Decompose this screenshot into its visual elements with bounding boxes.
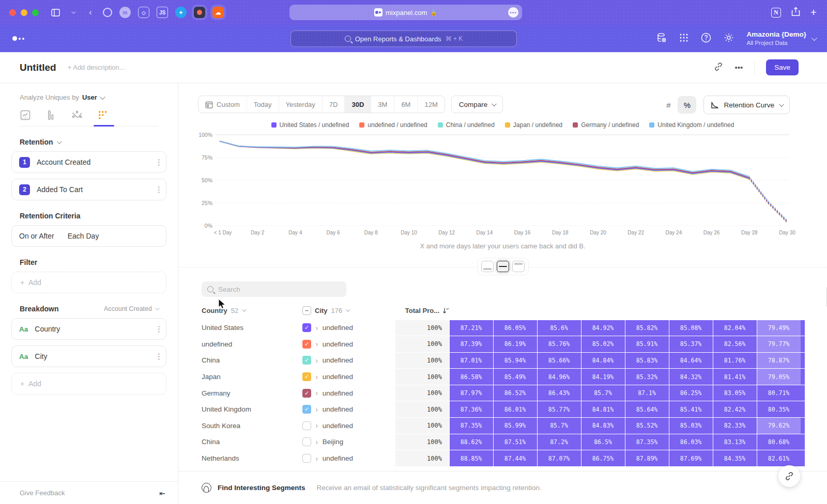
- notion-extension-icon[interactable]: N: [771, 8, 781, 18]
- retention-cell[interactable]: 82.33%: [713, 418, 757, 434]
- retention-cell[interactable]: 87.1%: [625, 385, 669, 401]
- legend-item[interactable]: Japan / undefined: [505, 121, 562, 129]
- city-column-header[interactable]: – City 176: [302, 306, 395, 315]
- city-cell[interactable]: ✓›undefined: [302, 352, 395, 369]
- country-cell[interactable]: United Kingdom: [202, 401, 302, 418]
- extension-patreon-icon[interactable]: [194, 7, 205, 18]
- segments-title[interactable]: Find Interesting Segments: [218, 484, 305, 492]
- tab-flows-icon[interactable]: [71, 109, 83, 121]
- retention-cell[interactable]: 87.89%: [625, 450, 669, 466]
- share-link-fab[interactable]: [778, 465, 800, 487]
- retention-cell[interactable]: 84.19%: [581, 369, 625, 385]
- retention-cell[interactable]: 85.83%: [625, 353, 669, 369]
- tab-insights-icon[interactable]: [20, 109, 31, 121]
- country-cell[interactable]: Netherlands: [202, 450, 302, 467]
- address-more-icon[interactable]: •••: [508, 7, 518, 18]
- percent-values-toggle[interactable]: %: [678, 96, 696, 114]
- project-switcher[interactable]: Amazonia {Demo} All Project Data: [746, 30, 816, 46]
- breakdown-item-country[interactable]: AaCountry: [11, 318, 166, 340]
- country-cell[interactable]: South Korea: [202, 418, 302, 434]
- expand-row-icon[interactable]: ›: [316, 389, 318, 397]
- retention-cell[interactable]: 85.76%: [538, 336, 581, 352]
- retention-cell[interactable]: 84.96%: [538, 369, 581, 385]
- retention-cell[interactable]: 82.61%: [757, 450, 801, 466]
- row-checkbox[interactable]: ✓: [302, 356, 311, 365]
- city-cell[interactable]: ✓›undefined: [302, 336, 395, 353]
- tab-overview-chevron-icon[interactable]: [68, 7, 78, 18]
- retention-cell[interactable]: 85.99%: [494, 418, 537, 434]
- retention-cell[interactable]: 85.77%: [538, 401, 581, 417]
- retention-cell[interactable]: 86.75%: [581, 450, 625, 466]
- add-filter-button[interactable]: + Add: [11, 272, 166, 293]
- row-checkbox[interactable]: ✓: [302, 372, 311, 381]
- save-button[interactable]: Save: [766, 59, 799, 75]
- settings-gear-icon[interactable]: [724, 33, 734, 45]
- country-cell[interactable]: Japan: [202, 369, 302, 385]
- data-management-icon[interactable]: [656, 33, 667, 45]
- retention-cell[interactable]: 86.19%: [494, 336, 537, 352]
- retention-cell[interactable]: 84.84%: [581, 353, 625, 369]
- global-search-button[interactable]: Open Reports & Dashboards ⌘ + K: [290, 30, 517, 47]
- retention-cell[interactable]: 86.52%: [494, 385, 537, 401]
- tab-retention-icon[interactable]: [97, 109, 109, 121]
- sidebar-toggle-icon[interactable]: [50, 7, 60, 18]
- range-3m[interactable]: 3M: [371, 96, 394, 113]
- apps-grid-icon[interactable]: [679, 33, 688, 44]
- retention-cell[interactable]: 86.25%: [669, 385, 713, 401]
- retention-cell[interactable]: 86.58%: [450, 369, 493, 385]
- split-view-button[interactable]: [497, 261, 509, 272]
- select-all-checkbox[interactable]: –: [302, 306, 311, 315]
- share-icon[interactable]: [791, 7, 800, 19]
- expand-row-icon[interactable]: ›: [316, 373, 318, 381]
- report-title[interactable]: Untitled: [20, 62, 56, 73]
- retention-cell[interactable]: 87.01%: [450, 353, 493, 369]
- help-icon[interactable]: [701, 33, 711, 45]
- retention-cell[interactable]: 85.52%: [625, 418, 669, 434]
- retention-cell[interactable]: 83.13%: [713, 434, 757, 450]
- row-checkbox[interactable]: [302, 454, 311, 463]
- range-12m[interactable]: 12M: [417, 96, 444, 113]
- retention-cell[interactable]: 85.03%: [669, 418, 713, 434]
- more-options-button[interactable]: •••: [734, 63, 743, 72]
- retention-section-header[interactable]: Retention: [20, 138, 158, 146]
- range-today[interactable]: Today: [247, 96, 279, 113]
- mixpanel-logo[interactable]: [12, 36, 24, 41]
- retention-cell[interactable]: 79.05%: [757, 369, 801, 385]
- criteria-card[interactable]: On or After Each Day: [11, 225, 166, 247]
- city-cell[interactable]: ✓›undefined: [302, 320, 395, 336]
- retention-cell[interactable]: 87.97%: [450, 385, 493, 401]
- expand-row-icon[interactable]: ›: [316, 356, 318, 365]
- legend-item[interactable]: Germany / undefined: [573, 121, 639, 129]
- retention-cell[interactable]: 85.94%: [494, 353, 537, 369]
- retention-cell[interactable]: 81.76%: [713, 353, 757, 369]
- add-description-button[interactable]: + Add description...: [68, 64, 125, 71]
- absolute-values-toggle[interactable]: #: [659, 96, 678, 114]
- row-checkbox[interactable]: ✓: [302, 405, 311, 414]
- retention-cell[interactable]: 85.91%: [625, 336, 669, 352]
- retention-cell[interactable]: 80.71%: [757, 385, 801, 401]
- retention-cell[interactable]: 87.07%: [538, 450, 581, 466]
- retention-cell[interactable]: 78.87%: [757, 353, 801, 369]
- give-feedback-link[interactable]: Give Feedback: [20, 489, 65, 497]
- retention-cell[interactable]: 82.42%: [713, 401, 757, 417]
- retention-cell[interactable]: 85.66%: [538, 353, 581, 369]
- retention-cell[interactable]: 85.7%: [538, 418, 581, 434]
- breakdown-event-dropdown[interactable]: Account Created: [104, 305, 158, 312]
- address-bar[interactable]: mixpanel.com 🔒 •••: [289, 5, 522, 20]
- country-cell[interactable]: undefined: [202, 336, 302, 353]
- retention-cell[interactable]: 88.85%: [450, 450, 493, 466]
- retention-cell[interactable]: 84.35%: [713, 450, 757, 466]
- table-search-input[interactable]: [218, 286, 332, 293]
- retention-cell[interactable]: 87.69%: [669, 450, 713, 466]
- country-cell[interactable]: China: [202, 352, 302, 369]
- city-cell[interactable]: ✓›undefined: [302, 385, 395, 401]
- range-custom[interactable]: Custom: [198, 96, 247, 113]
- row-checkbox[interactable]: ✓: [302, 340, 311, 349]
- retention-cell[interactable]: 85.32%: [625, 369, 669, 385]
- analyze-value-dropdown[interactable]: User: [82, 93, 104, 101]
- city-cell[interactable]: ›undefined: [302, 418, 395, 434]
- row-checkbox[interactable]: [302, 421, 311, 430]
- expand-row-icon[interactable]: ›: [316, 454, 318, 463]
- range-6m[interactable]: 6M: [394, 96, 417, 113]
- retention-cell[interactable]: 81.41%: [713, 369, 757, 385]
